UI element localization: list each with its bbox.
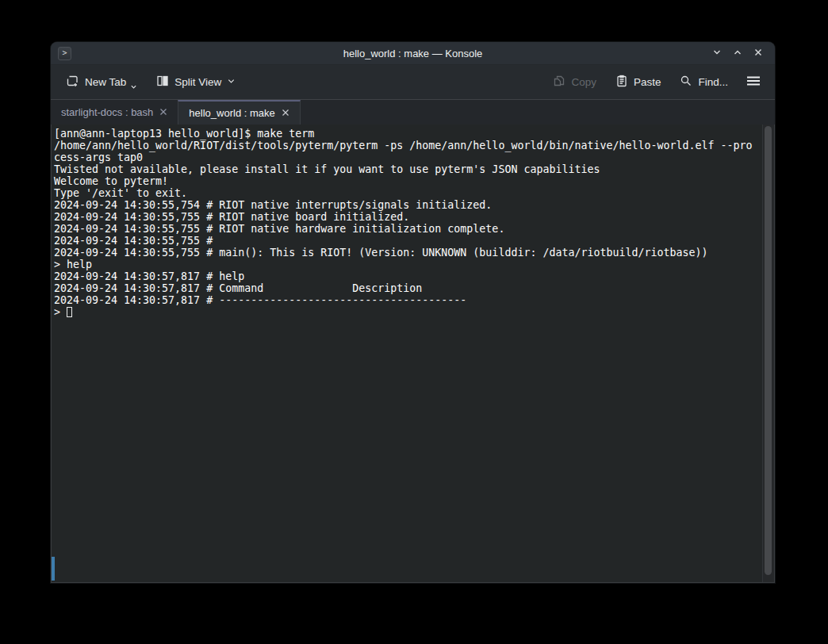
tab-label: starlight-docs : bash: [61, 106, 153, 118]
split-view-button[interactable]: Split View: [149, 70, 243, 94]
terminal-prompt: >: [54, 306, 67, 318]
tab-close-icon[interactable]: [282, 107, 289, 119]
terminal-line: 2024-09-24 14:30:57,817 # help: [54, 270, 762, 282]
hamburger-menu-icon: [746, 75, 761, 89]
split-view-icon: [156, 75, 169, 90]
scrollbar-thumb[interactable]: [765, 126, 772, 575]
terminal-line: 2024-09-24 14:30:55,755 # RIOT native bo…: [54, 211, 762, 223]
maximize-button[interactable]: [727, 44, 748, 63]
tab-label: hello_world : make: [189, 107, 274, 119]
paste-icon: [615, 75, 628, 90]
terminal-line: [ann@ann-laptop13 hello_world]$ make ter…: [54, 128, 762, 140]
paste-label: Paste: [634, 76, 661, 88]
tab-bar: starlight-docs : bash hello_world : make: [51, 100, 775, 125]
new-tab-icon: [66, 75, 79, 90]
window-controls: [707, 44, 775, 63]
copy-icon: [553, 75, 565, 90]
terminal-line: 2024-09-24 14:30:57,817 # Command Descri…: [54, 282, 762, 294]
chevron-down-icon: [227, 76, 236, 88]
terminal-line: 2024-09-24 14:30:55,754 # RIOT native in…: [54, 199, 762, 211]
terminal-scrollbar[interactable]: [762, 125, 774, 582]
toolbar: New Tab Split View: [51, 64, 775, 100]
menu-button[interactable]: [740, 71, 767, 94]
copy-button[interactable]: Copy: [546, 70, 604, 94]
terminal-line: Welcome to pyterm!: [54, 175, 762, 187]
terminal-line: /home/ann/hello_world/RIOT/dist/tools/py…: [54, 140, 762, 151]
split-view-label: Split View: [174, 76, 221, 88]
close-icon: [753, 46, 763, 60]
scroll-highlight-indicator: [52, 557, 55, 581]
minimize-button[interactable]: [707, 44, 727, 63]
terminal-line: 2024-09-24 14:30:57,817 # --------------…: [54, 294, 762, 306]
terminal-output: [ann@ann-laptop13 hello_world]$ make ter…: [54, 128, 762, 306]
titlebar[interactable]: > hello_world : make — Konsole: [51, 42, 775, 64]
terminal-line: 2024-09-24 14:30:55,755 # main(): This i…: [54, 247, 762, 259]
terminal-prompt-line: >: [54, 306, 762, 318]
paste-button[interactable]: Paste: [608, 70, 669, 94]
terminal-line: 2024-09-24 14:30:55,755 #: [54, 235, 762, 247]
chevron-down-icon: [130, 81, 137, 93]
chevron-up-icon: [733, 46, 742, 60]
window-title: hello_world : make — Konsole: [51, 48, 775, 59]
terminal-cursor: [67, 307, 72, 317]
terminal-line: 2024-09-24 14:30:55,755 # RIOT native ha…: [54, 223, 762, 235]
find-button[interactable]: Find...: [673, 70, 735, 94]
tab-hello-world-make[interactable]: hello_world : make: [178, 100, 300, 125]
copy-label: Copy: [571, 76, 596, 88]
chevron-down-icon: [712, 46, 722, 60]
terminal-view: [ann@ann-laptop13 hello_world]$ make ter…: [51, 125, 775, 583]
new-tab-button[interactable]: New Tab: [59, 67, 144, 98]
close-button[interactable]: [748, 44, 769, 63]
new-tab-label: New Tab: [85, 76, 126, 88]
terminal-line: Twisted not available, please install it…: [54, 163, 762, 175]
terminal-screen[interactable]: [ann@ann-laptop13 hello_world]$ make ter…: [52, 125, 762, 582]
terminal-line: cess-args tap0: [54, 151, 762, 163]
terminal-line: > help: [54, 259, 762, 270]
tab-starlight-docs-bash[interactable]: starlight-docs : bash: [51, 100, 178, 125]
search-icon: [680, 75, 692, 90]
terminal-line: Type '/exit' to exit.: [54, 187, 762, 199]
tab-close-icon[interactable]: [159, 106, 167, 118]
find-label: Find...: [698, 76, 728, 88]
konsole-window: > hello_world : make — Konsole: [51, 42, 775, 583]
